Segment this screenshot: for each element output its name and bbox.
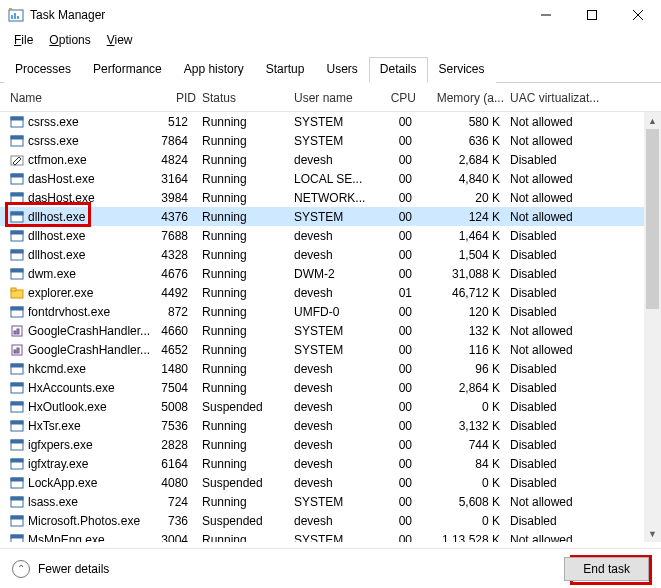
process-cpu: 00 [388,134,422,148]
process-status: Suspended [202,476,294,490]
svg-rect-11 [11,174,23,177]
scroll-thumb[interactable] [646,129,659,309]
svg-rect-8 [11,136,23,139]
header-user[interactable]: User name [294,91,388,105]
tab-users[interactable]: Users [315,57,368,83]
header-name[interactable]: Name [10,91,160,105]
process-memory: 20 K [422,191,510,205]
scroll-up-icon[interactable]: ▲ [644,112,661,129]
process-name: HxTsr.exe [28,419,81,433]
menu-options[interactable]: Options [41,31,98,49]
process-cpu: 00 [388,457,422,471]
svg-rect-15 [11,212,23,215]
tab-startup[interactable]: Startup [255,57,316,83]
table-row[interactable]: dwm.exe4676RunningDWM-20031,088 KDisable… [0,264,661,283]
header-uac[interactable]: UAC virtualizat... [510,91,622,105]
svg-rect-47 [11,497,23,500]
header-memory[interactable]: Memory (a... [422,91,510,105]
process-icon [10,514,24,528]
table-row[interactable]: hkcmd.exe1480Runningdevesh0096 KDisabled [0,359,661,378]
process-pid: 4676 [160,267,202,281]
svg-rect-35 [11,383,23,386]
table-row[interactable]: Microsoft.Photos.exe736Suspendeddevesh00… [0,511,661,530]
task-manager-icon [8,7,24,23]
header-status[interactable]: Status [202,91,294,105]
process-memory: 31,088 K [422,267,510,281]
svg-rect-23 [11,288,16,291]
process-uac: Not allowed [510,495,622,509]
table-row[interactable]: GoogleCrashHandler...4660RunningSYSTEM00… [0,321,661,340]
process-cpu: 00 [388,419,422,433]
tab-performance[interactable]: Performance [82,57,173,83]
process-user: SYSTEM [294,115,388,129]
table-row[interactable]: fontdrvhost.exe872RunningUMFD-000120 KDi… [0,302,661,321]
scroll-down-icon[interactable]: ▼ [644,525,661,542]
table-row[interactable]: LockApp.exe4080Suspendeddevesh000 KDisab… [0,473,661,492]
tabbar: Processes Performance App history Startu… [0,50,661,83]
menu-file[interactable]: File [6,31,41,49]
process-uac: Not allowed [510,134,622,148]
header-cpu[interactable]: CPU [388,91,422,105]
process-name: dasHost.exe [28,191,95,205]
menu-view[interactable]: View [99,31,141,49]
table-row[interactable]: csrss.exe512RunningSYSTEM00580 KNot allo… [0,112,661,131]
process-name: Microsoft.Photos.exe [28,514,140,528]
table-row[interactable]: explorer.exe4492Runningdevesh0146,712 KD… [0,283,661,302]
table-row[interactable]: GoogleCrashHandler...4652RunningSYSTEM00… [0,340,661,359]
table-row[interactable]: lsass.exe724RunningSYSTEM005,608 KNot al… [0,492,661,511]
process-icon [10,115,24,129]
window-title: Task Manager [30,8,105,22]
process-user: devesh [294,381,388,395]
tab-app-history[interactable]: App history [173,57,255,83]
process-icon [10,248,24,262]
process-name: fontdrvhost.exe [28,305,110,319]
fewer-details-button[interactable]: ⌃ Fewer details [12,560,109,578]
svg-rect-41 [11,440,23,443]
end-task-button[interactable]: End task [564,557,649,581]
minimize-button[interactable] [523,0,569,30]
process-uac: Disabled [510,514,622,528]
tab-details[interactable]: Details [369,57,428,83]
process-name: GoogleCrashHandler... [28,324,150,338]
process-cpu: 00 [388,362,422,376]
process-memory: 4,840 K [422,172,510,186]
process-status: Running [202,324,294,338]
table-row[interactable]: ctfmon.exe4824Runningdevesh002,684 KDisa… [0,150,661,169]
process-name: lsass.exe [28,495,78,509]
process-user: SYSTEM [294,533,388,543]
process-pid: 724 [160,495,202,509]
tab-processes[interactable]: Processes [4,57,82,83]
process-uac: Not allowed [510,324,622,338]
process-status: Running [202,229,294,243]
table-row[interactable]: dllhost.exe4376RunningSYSTEM00124 KNot a… [0,207,661,226]
process-uac: Disabled [510,438,622,452]
process-name: LockApp.exe [28,476,97,490]
table-row[interactable]: igfxpers.exe2828Runningdevesh00744 KDisa… [0,435,661,454]
process-cpu: 00 [388,343,422,357]
process-icon [10,419,24,433]
table-row[interactable]: dllhost.exe7688Runningdevesh001,464 KDis… [0,226,661,245]
header-pid[interactable]: PID [160,91,202,105]
process-memory: 46,712 K [422,286,510,300]
table-row[interactable]: HxAccounts.exe7504Runningdevesh002,864 K… [0,378,661,397]
process-uac: Disabled [510,153,622,167]
table-row[interactable]: MsMpEng.exe3004RunningSYSTEM001,13,528 K… [0,530,661,542]
table-row[interactable]: HxTsr.exe7536Runningdevesh003,132 KDisab… [0,416,661,435]
table-row[interactable]: dllhost.exe4328Runningdevesh001,504 KDis… [0,245,661,264]
table-row[interactable]: igfxtray.exe6164Runningdevesh0084 KDisab… [0,454,661,473]
table-row[interactable]: HxOutlook.exe5008Suspendeddevesh000 KDis… [0,397,661,416]
table-row[interactable]: dasHost.exe3164RunningLOCAL SE...004,840… [0,169,661,188]
close-button[interactable] [615,0,661,30]
vertical-scrollbar[interactable]: ▲ ▼ [644,112,661,542]
process-user: SYSTEM [294,134,388,148]
tab-services[interactable]: Services [428,57,496,83]
process-pid: 5008 [160,400,202,414]
process-user: SYSTEM [294,495,388,509]
maximize-button[interactable] [569,0,615,30]
table-row[interactable]: csrss.exe7864RunningSYSTEM00636 KNot all… [0,131,661,150]
table-row[interactable]: dasHost.exe3984RunningNETWORK...0020 KNo… [0,188,661,207]
process-pid: 4376 [160,210,202,224]
process-memory: 0 K [422,476,510,490]
process-name: hkcmd.exe [28,362,86,376]
process-icon [10,400,24,414]
